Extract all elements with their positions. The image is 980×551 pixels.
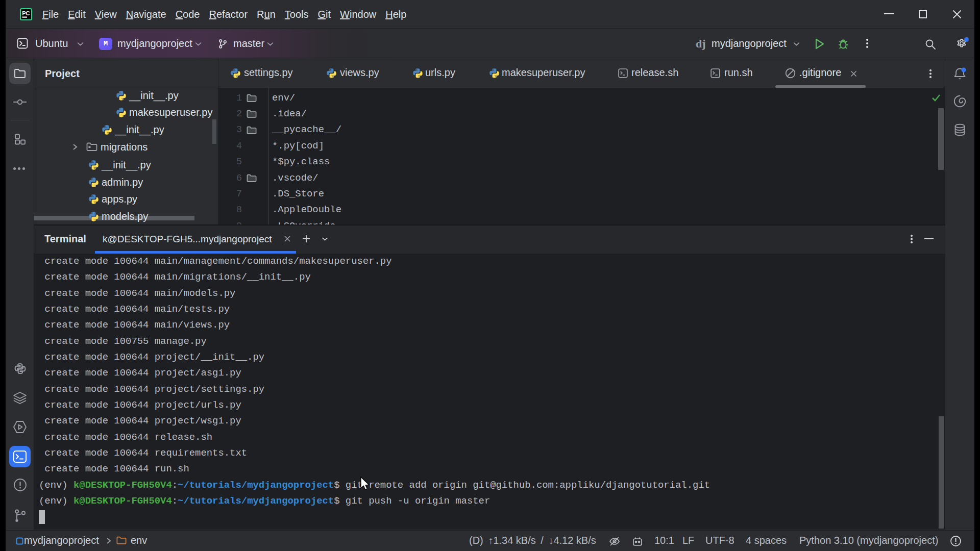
svg-text:PC: PC bbox=[22, 10, 30, 16]
